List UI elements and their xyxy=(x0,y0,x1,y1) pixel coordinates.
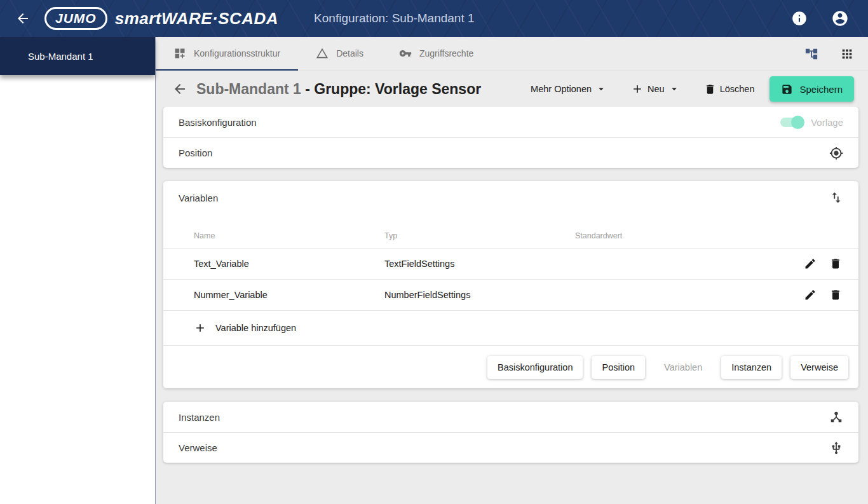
basis-position-card: Basiskonfiguration Vorlage Position xyxy=(163,107,858,168)
vorlage-toggle[interactable]: Vorlage xyxy=(780,117,843,128)
table-row[interactable]: Nummer_Variable NumberFieldSettings xyxy=(163,280,858,311)
cell-typ: TextFieldSettings xyxy=(384,259,575,269)
instanzen-verweise-card: Instanzen Verweise xyxy=(163,402,858,463)
sidebar-tenant-label: Sub-Mandant 1 xyxy=(28,51,93,62)
nav-basiskonfiguration-button[interactable]: Basiskonfiguration xyxy=(487,356,583,379)
table-header-row: Name Typ Standardwert xyxy=(163,223,858,249)
plus-icon xyxy=(194,322,207,334)
sidebar-tenant-item[interactable]: Sub-Mandant 1 xyxy=(0,37,155,75)
mehr-optionen-label: Mehr Optionen xyxy=(531,84,592,94)
my-location-icon[interactable] xyxy=(829,146,843,160)
table-row[interactable]: Text_Variable TextFieldSettings xyxy=(163,249,858,280)
back-arrow-icon[interactable] xyxy=(10,6,36,31)
trash-icon xyxy=(704,83,716,95)
delete-icon[interactable] xyxy=(829,289,842,301)
plus-icon xyxy=(631,83,644,95)
chevron-down-icon xyxy=(595,83,607,95)
tab-label: Details xyxy=(336,48,363,58)
basiskonfiguration-label: Basiskonfiguration xyxy=(179,117,257,128)
back-button[interactable] xyxy=(168,78,191,100)
instanzen-row[interactable]: Instanzen xyxy=(163,402,858,432)
nav-position-button[interactable]: Position xyxy=(592,356,645,379)
brand-title: smartWARE·SCADA xyxy=(115,9,278,29)
verweise-label: Verweise xyxy=(179,442,217,453)
loeschen-label: Löschen xyxy=(720,84,755,94)
tab-label: Konfigurationsstruktur xyxy=(194,48,280,58)
toggle-track xyxy=(780,118,803,127)
verweise-row[interactable]: Verweise xyxy=(163,432,858,463)
toolbar: Sub-Mandant 1 - Gruppe: Vorlage Sensor M… xyxy=(156,71,868,107)
neu-button[interactable]: Neu xyxy=(622,77,689,101)
content-area: Basiskonfiguration Vorlage Position xyxy=(156,107,868,504)
speichern-button[interactable]: Speichern xyxy=(770,76,854,102)
page-title: Sub-Mandant 1 - Gruppe: Vorlage Sensor xyxy=(196,81,522,98)
cell-name: Nummer_Variable xyxy=(194,290,384,300)
add-variable-button[interactable]: Variable hinzufügen xyxy=(163,311,858,345)
cell-typ: NumberFieldSettings xyxy=(384,290,575,300)
loeschen-button[interactable]: Löschen xyxy=(695,77,764,101)
top-bar: JUMO smartWARE·SCADA Konfiguration: Sub-… xyxy=(0,0,868,37)
add-variable-label: Variable hinzufügen xyxy=(215,323,296,333)
speichern-label: Speichern xyxy=(799,84,843,95)
main-area: Konfigurationsstruktur Details Zugriffsr… xyxy=(156,37,868,504)
account-icon[interactable] xyxy=(831,10,849,27)
topbar-page-title: Konfiguration: Sub-Mandant 1 xyxy=(314,11,474,25)
dashboard-customize-icon xyxy=(173,47,186,60)
sidebar: Sub-Mandant 1 xyxy=(0,37,156,504)
usb-icon[interactable] xyxy=(829,441,843,455)
info-icon[interactable] xyxy=(790,10,808,27)
nav-variablen-button: Variablen xyxy=(654,356,712,379)
mehr-optionen-button[interactable]: Mehr Optionen xyxy=(522,77,616,101)
variablen-card: Variablen Name Typ Standardwert xyxy=(163,181,858,388)
cell-name: Text_Variable xyxy=(194,259,384,269)
tab-bar: Konfigurationsstruktur Details Zugriffsr… xyxy=(156,37,868,71)
tab-zugriffsrechte[interactable]: Zugriffsrechte xyxy=(381,37,491,71)
tree-view-icon[interactable] xyxy=(804,47,818,61)
apps-grid-icon[interactable] xyxy=(840,47,854,61)
vorlage-toggle-label: Vorlage xyxy=(811,117,843,128)
instanzen-label: Instanzen xyxy=(179,412,220,423)
jumo-logo-text: JUMO xyxy=(55,11,97,26)
position-label: Position xyxy=(179,147,212,158)
section-nav-buttons: Basiskonfiguration Position Variablen In… xyxy=(163,345,858,388)
variablen-header: Variablen xyxy=(163,181,858,214)
basiskonfiguration-row[interactable]: Basiskonfiguration Vorlage xyxy=(163,107,858,137)
page-title-main: - Gruppe: Vorlage Sensor xyxy=(305,81,481,97)
toggle-thumb xyxy=(791,116,804,129)
variablen-label: Variablen xyxy=(179,193,218,203)
chevron-down-icon xyxy=(668,83,680,95)
edit-icon[interactable] xyxy=(804,257,817,270)
jumo-logo: JUMO xyxy=(44,7,107,30)
column-header-typ: Typ xyxy=(384,231,575,240)
toolbar-actions: Mehr Optionen Neu Löschen Speichern xyxy=(522,76,854,102)
nav-instanzen-button[interactable]: Instanzen xyxy=(721,356,782,379)
key-icon xyxy=(399,47,412,60)
nav-verweise-button[interactable]: Verweise xyxy=(790,356,848,379)
position-row[interactable]: Position xyxy=(163,137,858,168)
swap-vert-icon[interactable] xyxy=(829,191,843,205)
save-icon xyxy=(781,83,793,95)
tab-details[interactable]: Details xyxy=(298,37,381,71)
topbar-actions xyxy=(790,10,858,27)
tabbar-right-icons xyxy=(804,37,868,71)
delete-icon[interactable] xyxy=(829,257,842,270)
edit-icon[interactable] xyxy=(804,289,817,301)
column-header-name: Name xyxy=(194,231,384,240)
neu-label: Neu xyxy=(648,84,665,94)
tab-konfigurationsstruktur[interactable]: Konfigurationsstruktur xyxy=(156,37,298,71)
page-title-prefix: Sub-Mandant 1 xyxy=(196,81,305,97)
device-hub-icon[interactable] xyxy=(829,410,843,424)
tab-label: Zugriffsrechte xyxy=(419,48,473,58)
variablen-table: Name Typ Standardwert Text_Variable Text… xyxy=(163,223,858,345)
column-header-standardwert: Standardwert xyxy=(575,231,782,240)
warning-icon xyxy=(316,47,329,60)
